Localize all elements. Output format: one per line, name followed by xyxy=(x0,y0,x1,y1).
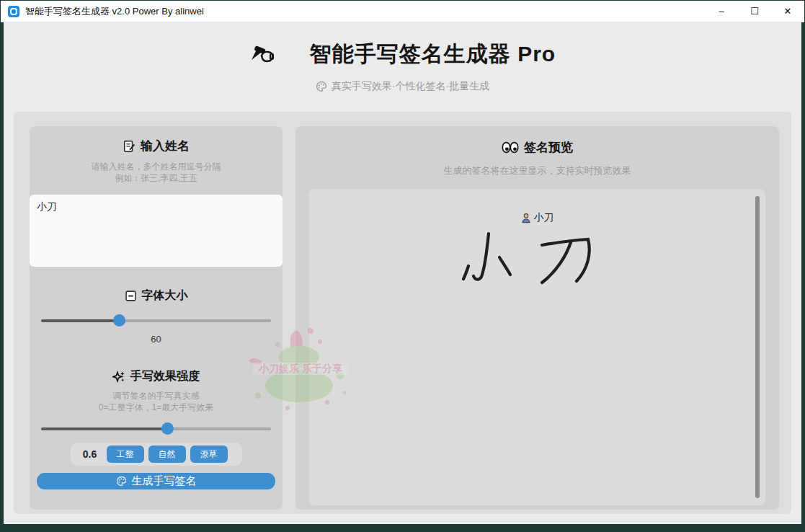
font-size-slider[interactable] xyxy=(41,314,271,327)
page-title: 智能手写签名生成器 Pro xyxy=(310,40,556,69)
name-hints: 请输入姓名，多个姓名用逗号分隔 例如：张三,李四,王五 xyxy=(30,161,283,184)
preview-scrollbar[interactable] xyxy=(755,196,760,498)
effect-controls: 0.6 工整 自然 潦草 xyxy=(71,443,242,466)
window-body: 智能手写签名生成器 Pro 真实手写效果·个性化签名·批量生成 xyxy=(1,22,804,531)
signature-name-label: 小刀 xyxy=(521,211,554,224)
app-logo-icon xyxy=(8,6,19,17)
effect-hint-2: 0=工整字体，1=最大手写效果 xyxy=(30,402,283,413)
effect-value: 0.6 xyxy=(78,448,102,460)
main-container: 输入姓名 请输入姓名，多个姓名用逗号分隔 例如：张三,李四,王五 小刀 字体大小 xyxy=(14,112,791,514)
effect-title: 手写效果强度 xyxy=(130,369,200,384)
minimize-button[interactable]: – xyxy=(705,1,738,22)
effect-hints: 调节签名的手写真实感 0=工整字体，1=最大手写效果 xyxy=(30,390,283,413)
maximize-button[interactable]: ☐ xyxy=(738,1,771,22)
font-size-slider-fill xyxy=(41,319,119,322)
effect-heading: 手写效果强度 xyxy=(30,369,283,384)
eyes-icon xyxy=(502,141,519,154)
person-icon xyxy=(521,213,531,223)
preview-title: 签名预览 xyxy=(524,139,573,156)
input-panel: 输入姓名 请输入姓名，多个姓名用逗号分隔 例如：张三,李四,王五 小刀 字体大小 xyxy=(30,126,283,510)
effect-hint-1: 调节签名的手写真实感 xyxy=(30,390,283,402)
sparkles-icon xyxy=(112,371,125,384)
close-button[interactable]: ✕ xyxy=(771,1,804,22)
app-window: 智能手写签名生成器 v2.0 Power By alinwei – ☐ ✕ 智能… xyxy=(0,0,805,532)
preset-neat-button[interactable]: 工整 xyxy=(107,445,144,463)
effect-slider-thumb[interactable] xyxy=(161,422,174,435)
preview-panel: 签名预览 生成的签名将在这里显示，支持实时预览效果 小刀 xyxy=(295,126,779,510)
memo-icon xyxy=(123,140,135,153)
minus-box-icon xyxy=(125,290,137,302)
palette-icon xyxy=(316,81,327,92)
signature-preview-area: 小刀 xyxy=(309,189,765,505)
signature-card: 小刀 xyxy=(309,189,765,288)
writing-hand-icon xyxy=(249,45,274,64)
window-title: 智能手写签名生成器 v2.0 Power By alinwei xyxy=(25,5,204,18)
font-size-slider-thumb[interactable] xyxy=(113,314,125,327)
app-header: 智能手写签名生成器 Pro 真实手写效果·个性化签名·批量生成 xyxy=(4,22,801,93)
font-size-heading: 字体大小 xyxy=(30,288,283,303)
effect-slider[interactable] xyxy=(41,422,271,435)
handwritten-signature xyxy=(458,230,617,288)
window-controls: – ☐ ✕ xyxy=(705,1,804,22)
page-subtitle: 真实手写效果·个性化签名·批量生成 xyxy=(4,80,801,93)
page-subtitle-text: 真实手写效果·个性化签名·批量生成 xyxy=(332,80,489,93)
name-hint-1: 请输入姓名，多个姓名用逗号分隔 xyxy=(30,161,283,172)
preset-natural-button[interactable]: 自然 xyxy=(148,445,186,463)
signature-name-text: 小刀 xyxy=(534,211,554,224)
preset-messy-button[interactable]: 潦草 xyxy=(190,445,228,463)
titlebar: 智能手写签名生成器 v2.0 Power By alinwei – ☐ ✕ xyxy=(1,1,804,22)
palette-icon xyxy=(116,476,127,487)
name-section-heading: 输入姓名 xyxy=(30,138,283,154)
name-section-title: 输入姓名 xyxy=(141,138,190,154)
font-size-title: 字体大小 xyxy=(142,288,188,303)
generate-signature-button[interactable]: 生成手写签名 xyxy=(37,473,275,489)
preview-hint: 生成的签名将在这里显示，支持实时预览效果 xyxy=(295,165,779,177)
name-input[interactable]: 小刀 xyxy=(30,195,283,267)
preview-heading: 签名预览 xyxy=(295,139,779,156)
effect-slider-fill xyxy=(41,427,167,430)
font-size-value: 60 xyxy=(30,334,283,345)
generate-button-label: 生成手写签名 xyxy=(132,474,197,488)
name-hint-2: 例如：张三,李四,王五 xyxy=(30,172,283,184)
